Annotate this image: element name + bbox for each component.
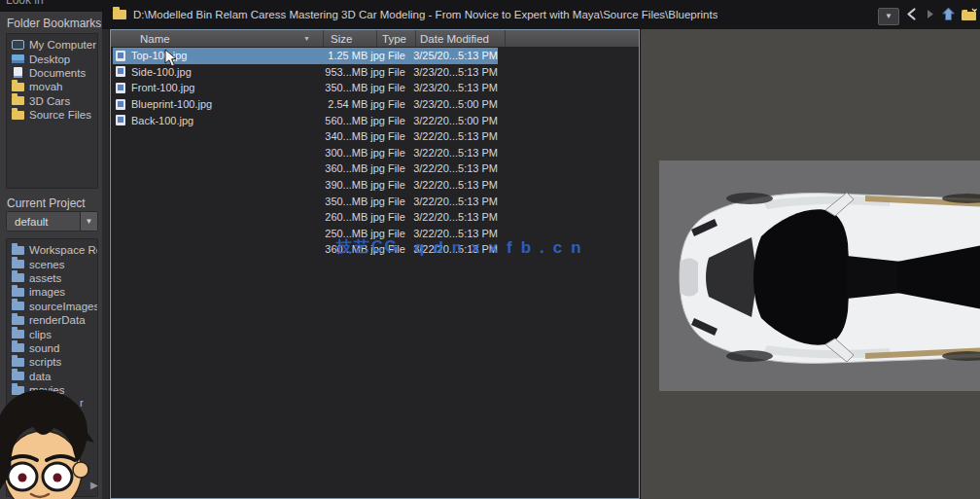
- folder-icon: [12, 330, 24, 339]
- file-type-cell: jpg File: [368, 50, 408, 61]
- file-size-cell: 300...MB: [317, 147, 368, 159]
- file-size-cell: 560...MB: [317, 115, 368, 126]
- chevron-down-icon: ▼: [80, 212, 97, 231]
- file-date-cell: 3/22/20...5:13 PM: [408, 196, 498, 207]
- column-header-size[interactable]: Size: [323, 30, 376, 47]
- file-type-cell: jpg File: [368, 130, 408, 142]
- watermark-cn-text: 技艺CG: [336, 237, 399, 258]
- file-name-cell: [113, 180, 317, 191]
- file-type-cell: jpg File: [368, 115, 408, 126]
- file-size-cell: 360...MB: [317, 162, 368, 174]
- file-date-cell: 3/25/20...5:13 PM: [408, 50, 498, 61]
- file-row[interactable]: Front-100.jpg 350...MB jpg File 3/23/20.…: [113, 80, 498, 96]
- project-folder-data[interactable]: data: [12, 370, 97, 383]
- file-rows: Top-100.jpg 1.25 MB jpg File 3/25/20...5…: [113, 48, 638, 258]
- column-header-date-modified[interactable]: Date Modified: [415, 30, 505, 47]
- file-name-cell: Back-100.jpg: [113, 115, 317, 126]
- file-size-cell: 350...MB: [317, 82, 368, 93]
- folder-icon: [12, 111, 24, 120]
- file-row[interactable]: 350...MB jpg File 3/22/20...5:13 PM: [113, 193, 498, 209]
- project-folder-renderdata[interactable]: renderData: [12, 313, 97, 327]
- jpg-file-icon: [116, 115, 125, 125]
- folder-icon: [12, 343, 24, 352]
- file-type-cell: jpg File: [368, 196, 408, 207]
- computer-icon: [12, 40, 24, 50]
- column-header-name[interactable]: Name ▼: [111, 30, 323, 47]
- path-dropdown-button[interactable]: ▼: [878, 8, 899, 25]
- car-top-view-image: [666, 169, 980, 385]
- folder-icon: [12, 288, 24, 297]
- list-header: Name ▼ Size Type Date Modified: [111, 30, 639, 47]
- file-name-cell: [113, 196, 317, 206]
- folder-icon: [12, 316, 24, 325]
- file-name-cell: Blueprint-100.jpg: [113, 98, 317, 110]
- file-row[interactable]: 360...MB jpg File 3/22/20...5:13 PM: [113, 160, 498, 177]
- project-select-value: default: [15, 216, 49, 228]
- bookmark-my-computer[interactable]: My Computer: [12, 38, 97, 52]
- jpg-file-icon: [116, 83, 125, 93]
- presenter-avatar: [0, 386, 97, 499]
- up-one-level-icon[interactable]: [941, 7, 956, 21]
- file-type-cell: jpg File: [368, 98, 408, 110]
- file-type-cell: jpg File: [368, 162, 408, 174]
- project-select[interactable]: default ▼: [6, 211, 98, 232]
- bookmark-source-files[interactable]: Source Files: [12, 108, 97, 122]
- file-type-cell: jpg File: [368, 147, 408, 159]
- jpg-file-icon: [116, 66, 125, 77]
- project-folder-assets[interactable]: assets: [12, 271, 97, 285]
- column-header-type[interactable]: Type: [376, 30, 415, 47]
- forward-icon[interactable]: [925, 8, 936, 20]
- current-path: D:\Modelled Bin Relam Caress Mastering 3…: [133, 9, 718, 20]
- bookmark-3d-cars[interactable]: 3D Cars: [12, 94, 97, 108]
- file-name-cell: Top-100.jpg: [113, 50, 317, 61]
- current-project-title: Current Project: [7, 196, 86, 210]
- file-size-cell: 390...MB: [317, 179, 368, 191]
- watermark: 技艺CG qdnxxfb.cn: [336, 237, 590, 258]
- jpg-file-icon: [116, 99, 125, 110]
- file-date-cell: 3/22/20...5:00 PM: [408, 115, 498, 126]
- folder-icon: [12, 260, 24, 268]
- project-folder-workspace-ro-[interactable]: Workspace Ro...: [12, 243, 97, 257]
- file-name-cell: [113, 147, 317, 158]
- file-row[interactable]: Back-100.jpg 560...MB jpg File 3/22/20..…: [113, 112, 498, 128]
- file-date-cell: 3/23/20...5:00 PM: [408, 98, 498, 110]
- desktop-icon: [12, 54, 24, 63]
- folder-icon: [12, 302, 24, 310]
- project-folder-clips[interactable]: clips: [12, 327, 97, 340]
- project-folder-sound[interactable]: sound: [12, 341, 97, 355]
- file-row[interactable]: Blueprint-100.jpg 2.54 MB jpg File 3/23/…: [113, 96, 498, 113]
- file-row[interactable]: 390...MB jpg File 3/22/20...5:13 PM: [113, 177, 498, 194]
- file-row[interactable]: 340...MB jpg File 3/22/20...5:13 PM: [113, 128, 498, 145]
- mouse-cursor: [164, 49, 178, 72]
- bookmark-desktop[interactable]: Desktop: [12, 52, 97, 65]
- back-icon[interactable]: [904, 7, 920, 21]
- file-size-cell: 350...MB: [317, 196, 368, 207]
- folder-icon: [12, 83, 24, 91]
- viewport-3d[interactable]: [641, 29, 980, 499]
- file-type-cell: jpg File: [368, 82, 408, 93]
- project-folder-sourceimages[interactable]: sourceImages: [12, 300, 97, 313]
- project-folder-scenes[interactable]: scenes: [12, 257, 97, 270]
- new-folder-icon[interactable]: [961, 8, 977, 21]
- look-in-label: Look in: [6, 0, 44, 7]
- file-date-cell: 3/22/20...5:13 PM: [408, 130, 498, 142]
- file-size-cell: 953...MB: [317, 66, 368, 78]
- file-row[interactable]: 260...MB jpg File 3/22/20...5:13 PM: [113, 209, 498, 226]
- file-type-cell: jpg File: [368, 211, 408, 223]
- folder-icon: [12, 246, 24, 255]
- file-size-cell: 2.54 MB: [317, 98, 368, 110]
- project-folder-scripts[interactable]: scripts: [12, 355, 97, 369]
- file-name-cell: [113, 131, 317, 142]
- bookmark-documents[interactable]: Documents: [12, 66, 97, 80]
- file-row[interactable]: 300...MB jpg File 3/22/20...5:13 PM: [113, 145, 498, 161]
- folder-icon: [12, 96, 24, 105]
- path-field[interactable]: D:\Modelled Bin Relam Caress Mastering 3…: [113, 0, 718, 29]
- folder-icon: [113, 10, 126, 19]
- sort-descending-icon: ▼: [303, 35, 310, 42]
- file-name-cell: [113, 212, 317, 223]
- column-header-spacer: [505, 30, 639, 47]
- dialog-topbar: Look in D:\Modelled Bin Relam Caress Mas…: [0, 0, 980, 29]
- bookmark-movah[interactable]: movah: [12, 80, 97, 93]
- project-folder-images[interactable]: images: [12, 285, 97, 299]
- sidebar-scroll-arrow[interactable]: ▶: [90, 480, 98, 490]
